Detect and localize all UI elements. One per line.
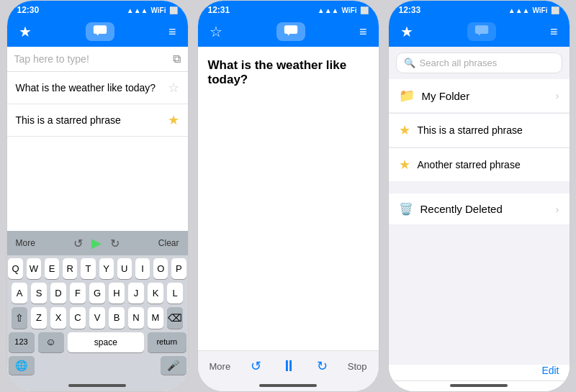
star-nav-icon-2[interactable]: ☆ [210, 23, 222, 40]
phone-3: 12:33 ▲▲▲ WiFi ⬜ ★ ≡ 🔍 Search all phrase… [388, 0, 570, 392]
phrase-text-2: This is a starred phrase [16, 114, 121, 126]
key-s[interactable]: S [31, 283, 47, 304]
key-k[interactable]: K [148, 283, 163, 304]
key-t[interactable]: T [81, 258, 95, 279]
key-globe[interactable]: 🌐 [9, 356, 35, 375]
folder-item[interactable]: 📁 My Folder › [389, 79, 570, 112]
rewind-icon[interactable]: ↺ [251, 358, 261, 374]
key-row-3: ⇧ Z X C V B N M ⌫ [9, 307, 186, 329]
replay-icon[interactable]: ↺ [73, 237, 83, 250]
star-filled-icon-1[interactable]: ★ [168, 112, 179, 128]
search-placeholder: Search all phrases [420, 58, 498, 68]
deleted-item[interactable]: 🗑️ Recently Deleted › [389, 193, 570, 224]
key-space[interactable]: space [68, 332, 145, 352]
key-num[interactable]: 123 [9, 332, 35, 352]
keyboard-area: More ↺ ▶ ↻ Clear Q W E R T Y U I O P [7, 231, 188, 391]
input-placeholder[interactable]: Tap here to type! [14, 53, 173, 65]
starred-phrase-2: Another starred phrase [418, 159, 521, 170]
svg-rect-4 [475, 25, 488, 34]
phone-2: 12:31 ▲▲▲ WiFi ⬜ ☆ ≡ What is the weather… [197, 0, 379, 392]
starred-phrase-1: This is a starred phrase [418, 124, 523, 136]
key-row-5: 🌐 🎤 [9, 356, 186, 375]
key-shift[interactable]: ⇧ [12, 307, 27, 329]
key-a[interactable]: A [12, 283, 27, 304]
edit-bar: Edit [389, 365, 570, 381]
starred-item-2[interactable]: ★ Another starred phrase [389, 148, 570, 181]
key-b[interactable]: B [109, 307, 125, 329]
key-delete[interactable]: ⌫ [167, 307, 183, 329]
edit-button[interactable]: Edit [541, 365, 559, 376]
key-u[interactable]: U [117, 258, 132, 279]
phrase-display: What is the weather like today? [198, 47, 379, 350]
key-v[interactable]: V [89, 307, 105, 329]
key-c[interactable]: C [70, 307, 86, 329]
nav-center-1[interactable] [86, 22, 114, 41]
input-bar: Tap here to type! ⧉ [7, 47, 188, 72]
key-f[interactable]: F [70, 283, 86, 304]
forward-icon[interactable]: ↻ [110, 237, 120, 250]
battery-icon-2: ⬜ [360, 6, 369, 14]
key-q[interactable]: Q [8, 258, 22, 279]
status-icons-3: ▲▲▲ WiFi ⬜ [508, 6, 559, 14]
key-mic[interactable]: 🎤 [161, 356, 186, 375]
key-j[interactable]: J [128, 283, 144, 304]
folder-name: My Folder [422, 90, 470, 102]
star-nav-icon[interactable]: ★ [19, 23, 32, 40]
key-emoji[interactable]: ☺ [38, 332, 64, 352]
svg-marker-5 [478, 34, 480, 36]
nav-center-3[interactable] [467, 22, 496, 41]
home-bar-3 [450, 384, 508, 387]
keyboard-rows: Q W E R T Y U I O P A S D F G H J K L [7, 255, 188, 381]
copy-icon[interactable]: ⧉ [173, 53, 181, 65]
forward-icon-2[interactable]: ↻ [317, 358, 328, 374]
key-d[interactable]: D [50, 283, 66, 304]
key-w[interactable]: W [27, 258, 41, 279]
status-bar-3: 12:33 ▲▲▲ WiFi ⬜ [389, 1, 570, 18]
menu-icon-2[interactable]: ≡ [359, 24, 367, 40]
status-bar-2: 12:31 ▲▲▲ WiFi ⬜ [198, 1, 379, 18]
stop-button[interactable]: Stop [348, 361, 367, 372]
home-indicator-2 [198, 381, 379, 391]
key-p[interactable]: P [171, 258, 186, 279]
key-r[interactable]: R [63, 258, 77, 279]
star-nav-icon-3[interactable]: ★ [400, 23, 413, 40]
key-o[interactable]: O [153, 258, 168, 279]
svg-rect-0 [94, 25, 107, 34]
key-h[interactable]: H [109, 283, 125, 304]
key-row-4: 123 ☺ space return [9, 332, 186, 352]
section-spacer [389, 182, 570, 188]
search-bar[interactable]: 🔍 Search all phrases [396, 53, 562, 73]
svg-marker-1 [96, 34, 99, 36]
star-filled-icon-2: ★ [399, 122, 410, 138]
clear-button[interactable]: Clear [158, 238, 179, 248]
key-e[interactable]: E [45, 258, 59, 279]
more-playback-button[interactable]: More [210, 361, 231, 372]
starred-item-1[interactable]: ★ This is a starred phrase [389, 114, 570, 147]
key-i[interactable]: I [135, 258, 150, 279]
nav-center-2[interactable] [276, 22, 305, 41]
key-g[interactable]: G [89, 283, 105, 304]
status-icons-1: ▲▲▲ WiFi ⬜ [127, 6, 178, 14]
key-row-1: Q W E R T Y U I O P [9, 258, 186, 279]
phrase-item-1[interactable]: What is the weather like today? ☆ [7, 72, 188, 104]
key-m[interactable]: M [148, 307, 163, 329]
key-row-2: A S D F G H J K L [9, 283, 186, 304]
phrase-item-2[interactable]: This is a starred phrase ★ [7, 104, 188, 137]
search-icon: 🔍 [404, 58, 415, 68]
key-y[interactable]: Y [99, 258, 114, 279]
menu-icon[interactable]: ≡ [168, 24, 176, 40]
menu-icon-3[interactable]: ≡ [550, 24, 558, 40]
key-l[interactable]: L [167, 283, 183, 304]
key-n[interactable]: N [128, 307, 144, 329]
star-empty-icon-1[interactable]: ☆ [168, 80, 179, 96]
status-icons-2: ▲▲▲ WiFi ⬜ [318, 6, 369, 14]
more-button[interactable]: More [16, 238, 35, 248]
play-icon[interactable]: ▶ [91, 235, 102, 251]
pause-icon[interactable]: ⏸ [281, 357, 297, 375]
key-return[interactable]: return [148, 332, 186, 352]
key-x[interactable]: X [50, 307, 66, 329]
key-z[interactable]: Z [31, 307, 47, 329]
signal-icon-2: ▲▲▲ [318, 6, 339, 14]
time-2: 12:31 [208, 5, 230, 15]
nav-bar-1: ★ ≡ [7, 18, 188, 47]
